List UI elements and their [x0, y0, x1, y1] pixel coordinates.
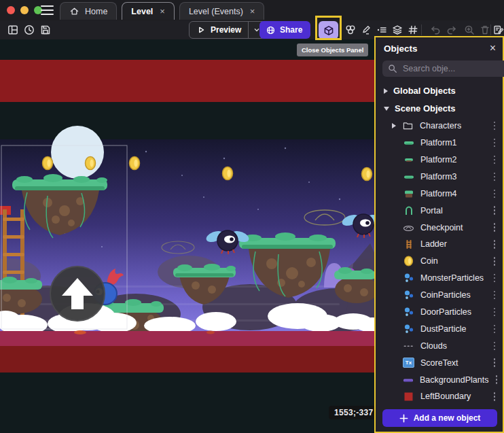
item-menu-icon[interactable]: [490, 206, 499, 215]
particles-icon: [403, 290, 414, 301]
zoom-in-icon[interactable]: [462, 22, 477, 37]
object-item-coinparticles[interactable]: CoinParticles: [376, 287, 503, 304]
particles-icon: [403, 307, 414, 318]
text-box-icon: Tx: [403, 357, 414, 368]
item-menu-icon[interactable]: [490, 392, 499, 401]
preview-button[interactable]: Preview: [189, 21, 266, 39]
toolbar-separator: [421, 24, 422, 35]
coin-sprite[interactable]: [362, 168, 372, 181]
close-tab-icon[interactable]: ×: [250, 6, 255, 16]
tab-level[interactable]: Level ×: [122, 2, 175, 20]
platform-block-icon: [403, 188, 414, 199]
tab-bar: Home Level × Level (Events) ×: [60, 2, 264, 20]
instance-list-icon[interactable]: [374, 22, 389, 37]
objects-panel-toggle[interactable]: [319, 21, 338, 39]
close-tab-icon[interactable]: ×: [160, 6, 165, 16]
folder-icon: [402, 120, 414, 132]
coin-sprite[interactable]: [130, 157, 140, 170]
group-global-objects[interactable]: Global Objects: [376, 82, 503, 100]
save-icon[interactable]: [38, 22, 53, 37]
item-menu-icon[interactable]: [490, 358, 499, 367]
search-box[interactable]: [382, 60, 504, 77]
home-icon: [69, 6, 79, 16]
close-panel-icon[interactable]: ×: [490, 43, 496, 54]
item-menu-icon[interactable]: [490, 308, 499, 317]
history-icon[interactable]: [22, 22, 37, 37]
ladder-icon: [403, 239, 414, 250]
object-item-platform1[interactable]: Platform1: [376, 135, 503, 152]
item-menu-icon[interactable]: [490, 274, 499, 283]
object-item-clouds[interactable]: Clouds: [376, 337, 503, 354]
item-menu-icon[interactable]: [490, 325, 499, 334]
share-button[interactable]: Share: [259, 21, 310, 39]
chevron-right-icon: [392, 123, 396, 128]
object-item-platform3[interactable]: Platform3: [376, 168, 503, 185]
group-scene-objects[interactable]: Scene Objects: [376, 100, 503, 118]
layout-panels-icon[interactable]: [5, 22, 20, 37]
grid-icon[interactable]: [406, 22, 420, 37]
item-menu-icon[interactable]: [490, 173, 499, 181]
search-input[interactable]: [401, 63, 504, 74]
object-item-coin[interactable]: Coin: [376, 253, 503, 270]
events-book-icon[interactable]: [491, 22, 504, 37]
objects-panel: Objects × Global Objects Scene Objects: [374, 36, 504, 433]
scene-art: [0, 39, 376, 433]
object-item-platform2[interactable]: Platform2: [376, 152, 503, 169]
object-item-portal[interactable]: Portal: [376, 202, 503, 219]
platform-sprite[interactable]: [0, 277, 42, 314]
particles-icon: [403, 323, 414, 334]
item-menu-icon[interactable]: [490, 257, 499, 266]
instances-icon[interactable]: [343, 22, 358, 37]
globe-icon: [266, 25, 276, 35]
platform-sprite[interactable]: [334, 267, 376, 303]
minimize-window-button[interactable]: [20, 6, 29, 14]
tab-home[interactable]: Home: [60, 2, 117, 20]
item-menu-icon[interactable]: [490, 223, 499, 232]
redo-icon[interactable]: [444, 22, 459, 37]
coin-sprite[interactable]: [86, 157, 96, 170]
undo-icon[interactable]: [428, 22, 443, 37]
purple-bar-icon: [403, 374, 414, 385]
object-item-doorparticles[interactable]: DoorParticles: [376, 304, 503, 321]
object-item-backgroundplants[interactable]: BackgroundPlants: [376, 371, 503, 388]
tab-label: Level (Events): [189, 7, 243, 16]
item-menu-icon[interactable]: [490, 139, 499, 148]
main-menu-icon[interactable]: [41, 5, 54, 15]
object-item-ladder[interactable]: Ladder: [376, 236, 503, 253]
coin-sprite[interactable]: [43, 157, 53, 170]
item-menu-icon[interactable]: [490, 156, 499, 164]
ground-band-dark-red[interactable]: [0, 346, 376, 373]
titlebar: Home Level × Level (Events) ×: [0, 0, 504, 20]
layers-icon[interactable]: [390, 22, 405, 37]
window-controls: [7, 6, 42, 14]
pencil-icon[interactable]: [359, 22, 374, 37]
scene-editor-canvas[interactable]: 1553;-337: [0, 39, 376, 433]
platform-icon: [403, 154, 414, 166]
item-menu-icon[interactable]: [490, 342, 499, 351]
object-item-monsterparticles[interactable]: MonsterParticles: [376, 270, 503, 287]
item-menu-icon[interactable]: [494, 375, 499, 384]
add-new-object-button[interactable]: Add a new object: [382, 409, 497, 427]
close-window-button[interactable]: [7, 6, 15, 14]
coin-sprite[interactable]: [223, 167, 233, 180]
add-new-object-label: Add a new object: [414, 413, 481, 423]
item-menu-icon[interactable]: [490, 190, 499, 198]
item-menu-icon[interactable]: [490, 122, 499, 131]
item-menu-icon[interactable]: [490, 291, 499, 300]
jump-button-sprite[interactable]: [50, 266, 105, 321]
platform-icon: [403, 171, 414, 182]
objects-cube-icon: [323, 24, 335, 37]
search-icon: [388, 64, 397, 73]
chevron-right-icon: [384, 88, 388, 94]
object-item-scoretext[interactable]: Tx ScoreText: [376, 354, 503, 371]
object-item-leftboundary[interactable]: LeftBoundary: [376, 388, 503, 405]
item-menu-icon[interactable]: [490, 240, 499, 249]
portal-arch-icon: [403, 205, 414, 216]
object-item-characters[interactable]: Characters: [376, 118, 503, 135]
tab-level-events[interactable]: Level (Events) ×: [179, 2, 265, 20]
object-item-platform4[interactable]: Platform4: [376, 185, 503, 202]
moon-sprite[interactable]: [51, 126, 104, 179]
top-boundary-band[interactable]: [0, 60, 376, 102]
object-item-dustparticle[interactable]: DustParticle: [376, 320, 503, 337]
object-item-checkpoint[interactable]: Checkpoint: [376, 219, 503, 236]
